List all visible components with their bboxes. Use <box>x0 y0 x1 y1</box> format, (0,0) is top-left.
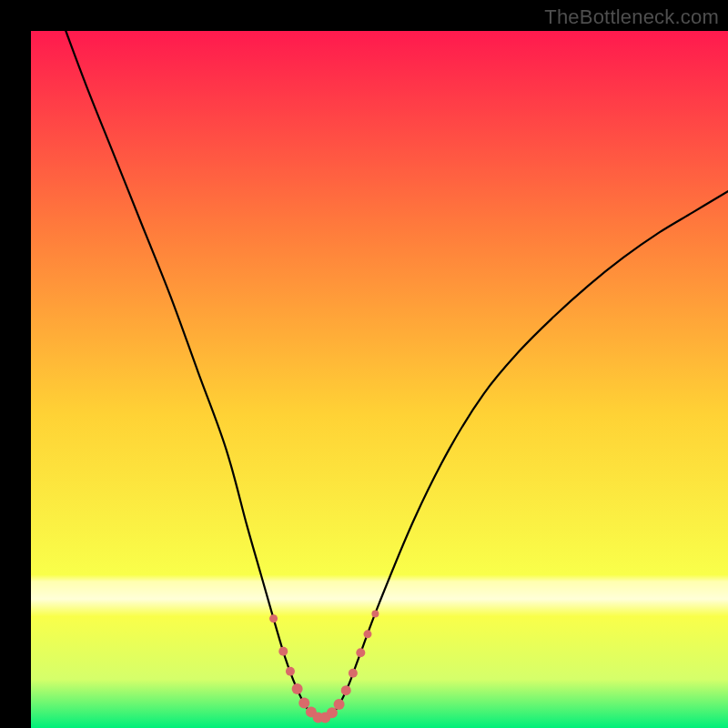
highlight-dot <box>349 669 358 678</box>
highlight-dot <box>327 707 338 718</box>
highlight-dot <box>341 685 351 695</box>
highlight-dot <box>269 614 278 622</box>
watermark-label: TheBottleneck.com <box>544 5 719 29</box>
highlight-dot <box>278 647 288 656</box>
highlight-dot <box>371 610 379 617</box>
highlight-dot <box>298 697 309 708</box>
plot-background <box>31 31 728 728</box>
bottleneck-chart <box>0 0 728 728</box>
highlight-dot <box>292 683 303 694</box>
highlight-dot <box>334 699 345 710</box>
highlight-dot <box>356 648 365 657</box>
highlight-dot <box>286 667 295 676</box>
highlight-dot <box>363 630 371 638</box>
chart-container: TheBottleneck.com <box>0 0 728 728</box>
